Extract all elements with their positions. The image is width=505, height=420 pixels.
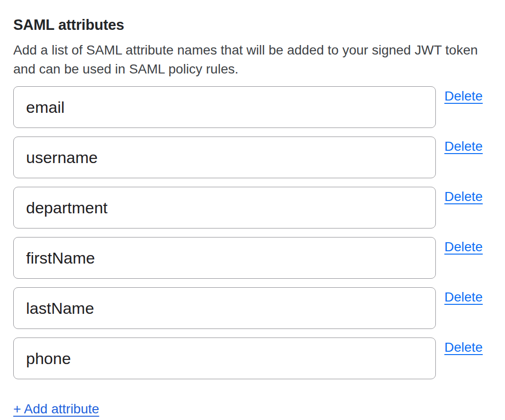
attribute-row: Delete bbox=[13, 187, 492, 228]
description-line-1: Add a list of SAML attribute names that … bbox=[13, 41, 492, 60]
description-line-2: and can be used in SAML policy rules. bbox=[13, 60, 492, 79]
delete-attribute-link[interactable]: Delete bbox=[444, 239, 483, 255]
add-attribute-link[interactable]: + Add attribute bbox=[13, 401, 99, 417]
section-description: Add a list of SAML attribute names that … bbox=[13, 41, 492, 79]
saml-attributes-section: SAML attributes Add a list of SAML attri… bbox=[0, 0, 505, 417]
attribute-input[interactable] bbox=[13, 86, 436, 128]
attribute-row: Delete bbox=[13, 86, 492, 128]
attribute-input[interactable] bbox=[13, 187, 436, 228]
delete-attribute-link[interactable]: Delete bbox=[444, 139, 483, 154]
section-title: SAML attributes bbox=[13, 16, 492, 34]
attribute-input[interactable] bbox=[13, 237, 436, 279]
attribute-input[interactable] bbox=[13, 287, 436, 329]
attribute-input[interactable] bbox=[13, 338, 436, 379]
delete-attribute-link[interactable]: Delete bbox=[444, 340, 483, 355]
delete-attribute-link[interactable]: Delete bbox=[444, 89, 483, 104]
delete-attribute-link[interactable]: Delete bbox=[444, 290, 483, 305]
delete-attribute-link[interactable]: Delete bbox=[444, 189, 483, 204]
attribute-row: Delete bbox=[13, 137, 492, 178]
attribute-row: Delete bbox=[13, 338, 492, 379]
attribute-list: Delete Delete Delete Delete Delete Delet… bbox=[13, 86, 492, 379]
attribute-input[interactable] bbox=[13, 137, 436, 178]
attribute-row: Delete bbox=[13, 287, 492, 329]
attribute-row: Delete bbox=[13, 237, 492, 279]
